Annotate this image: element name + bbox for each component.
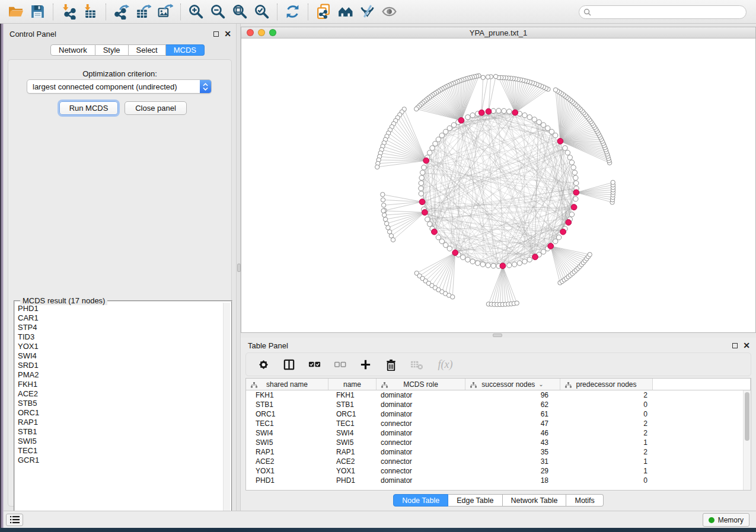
network-node[interactable]: [447, 246, 452, 251]
tab-style[interactable]: Style: [95, 44, 129, 56]
network-node[interactable]: [532, 117, 537, 122]
mcds-dominator-node[interactable]: [573, 190, 579, 196]
network-node[interactable]: [493, 74, 497, 78]
network-node[interactable]: [481, 75, 485, 79]
network-node[interactable]: [375, 165, 379, 169]
mcds-dominator-node[interactable]: [512, 110, 518, 116]
network-node[interactable]: [512, 262, 517, 267]
network-node[interactable]: [420, 170, 425, 175]
network-node[interactable]: [383, 217, 387, 222]
network-node[interactable]: [573, 175, 578, 180]
network-node[interactable]: [541, 123, 546, 127]
network-node[interactable]: [381, 193, 385, 197]
network-canvas[interactable]: [241, 39, 755, 332]
table-settings-button[interactable]: [257, 358, 270, 371]
export-network-button[interactable]: [110, 2, 132, 22]
network-node[interactable]: [425, 217, 430, 222]
network-node[interactable]: [461, 255, 465, 259]
network-node[interactable]: [436, 235, 441, 240]
delete-columns-button[interactable]: [384, 358, 397, 371]
network-node[interactable]: [537, 120, 541, 124]
mcds-dominator-node[interactable]: [479, 110, 484, 116]
tab-edge-table[interactable]: Edge Table: [448, 494, 502, 507]
mcds-result-item[interactable]: STB5: [18, 399, 222, 408]
network-node[interactable]: [553, 133, 558, 137]
network-node[interactable]: [465, 115, 470, 120]
network-node[interactable]: [507, 109, 512, 114]
network-node[interactable]: [522, 259, 527, 264]
network-node[interactable]: [419, 175, 424, 180]
show-columns-button[interactable]: [282, 358, 295, 371]
mcds-dominator-node[interactable]: [419, 199, 425, 205]
table-row[interactable]: SWI4SWI4dominator462: [246, 428, 751, 438]
mcds-dominator-node[interactable]: [560, 229, 566, 235]
tab-mcds[interactable]: MCDS: [166, 44, 205, 56]
search-input[interactable]: [594, 6, 746, 18]
close-panel-button[interactable]: Close panel: [125, 101, 187, 115]
mcds-result-item[interactable]: SRD1: [18, 361, 222, 370]
create-column-button[interactable]: [359, 358, 372, 371]
network-node[interactable]: [419, 186, 423, 191]
network-node[interactable]: [502, 108, 506, 113]
network-node[interactable]: [428, 222, 432, 226]
column-header-shared-name[interactable]: shared name: [246, 379, 328, 390]
mcds-dominator-node[interactable]: [532, 254, 538, 260]
close-panel-icon[interactable]: ✕: [224, 30, 231, 37]
splitter-handle[interactable]: [493, 334, 502, 337]
network-node[interactable]: [553, 239, 558, 243]
clone-network-button[interactable]: [312, 2, 334, 22]
network-node[interactable]: [381, 203, 385, 207]
network-node[interactable]: [451, 123, 456, 127]
network-node[interactable]: [541, 249, 546, 254]
import-network-from-file-button[interactable]: [58, 2, 79, 22]
float-panel-icon[interactable]: [732, 343, 738, 348]
network-node[interactable]: [430, 146, 435, 150]
network-node[interactable]: [436, 137, 441, 142]
table-scrollbar[interactable]: [743, 390, 751, 490]
mcds-result-item[interactable]: ORC1: [18, 408, 222, 418]
save-session-button[interactable]: [27, 2, 49, 22]
network-node[interactable]: [527, 257, 532, 262]
mcds-result-item[interactable]: PMA2: [18, 370, 222, 380]
network-node[interactable]: [515, 301, 519, 305]
vertical-splitter[interactable]: [236, 24, 241, 511]
network-node[interactable]: [443, 129, 448, 134]
network-node[interactable]: [491, 264, 496, 268]
search-box[interactable]: [579, 5, 747, 19]
network-node[interactable]: [419, 181, 423, 185]
network-node[interactable]: [553, 88, 557, 92]
network-node[interactable]: [465, 257, 470, 262]
network-node[interactable]: [486, 263, 490, 268]
network-node[interactable]: [573, 197, 578, 201]
mcds-result-item[interactable]: STB1: [18, 427, 222, 437]
select-all-columns-button[interactable]: [308, 358, 321, 371]
table-row[interactable]: FKH1FKH1dominator962: [246, 390, 751, 400]
column-header-MCDS-role[interactable]: MCDS role: [377, 379, 465, 390]
tab-network[interactable]: Network: [50, 44, 95, 56]
network-node[interactable]: [574, 181, 579, 185]
network-node[interactable]: [428, 150, 432, 155]
mcds-result-item[interactable]: TEC1: [18, 446, 222, 456]
zoom-selected-region-button[interactable]: [251, 2, 273, 22]
mcds-dominator-node[interactable]: [500, 263, 506, 269]
mcds-dominator-node[interactable]: [458, 117, 464, 123]
memory-button[interactable]: Memory: [703, 513, 749, 527]
mcds-result-item[interactable]: RAP1: [18, 418, 222, 427]
network-node[interactable]: [386, 226, 390, 230]
network-node[interactable]: [546, 126, 550, 130]
mcds-dominator-node[interactable]: [571, 204, 577, 210]
network-node[interactable]: [567, 155, 572, 160]
network-node[interactable]: [443, 243, 448, 248]
mcds-dominator-node[interactable]: [566, 220, 572, 226]
tab-network-table[interactable]: Network Table: [503, 494, 567, 507]
network-node[interactable]: [439, 133, 444, 137]
apply-preferred-layout-button[interactable]: [282, 2, 304, 22]
mcds-result-item[interactable]: SWI5: [18, 437, 222, 446]
tab-node-table[interactable]: Node Table: [393, 494, 448, 507]
zoom-fit-content-button[interactable]: [229, 2, 251, 22]
optimization-criterion-select[interactable]: largest connected component (undirected): [27, 79, 212, 94]
mcds-result-item[interactable]: STP4: [18, 323, 222, 332]
network-node[interactable]: [384, 222, 388, 226]
network-node[interactable]: [486, 75, 490, 79]
network-node[interactable]: [382, 213, 387, 217]
